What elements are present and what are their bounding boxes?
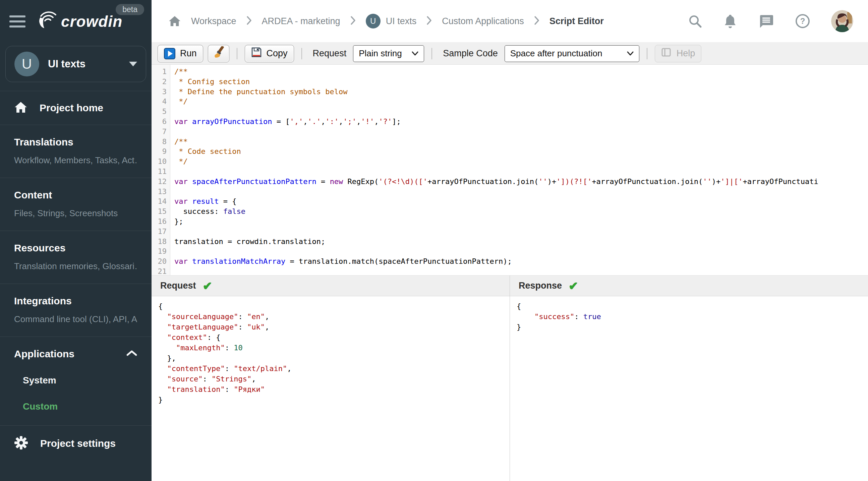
code-token: :	[225, 344, 234, 352]
code-token: };	[174, 217, 183, 226]
code-token: :	[225, 385, 234, 393]
sidebar-item-translations[interactable]: Translations Workflow, Members, Tasks, A…	[0, 125, 152, 178]
line-number: 4	[152, 97, 167, 106]
sidebar-item-integrations[interactable]: Integrations Command line tool (CLI), AP…	[0, 284, 152, 336]
top-header: Workspace ARDEA - marketing U UI texts C…	[152, 0, 868, 42]
response-json-viewer: { "success": true}	[510, 296, 868, 481]
sidebar-item-project-home[interactable]: Project home	[0, 91, 152, 125]
code-token: /**	[174, 67, 188, 76]
search-icon[interactable]	[688, 14, 702, 29]
code-token: spaceAfterPunctuationPattern	[192, 177, 316, 186]
code-token	[517, 312, 534, 321]
breadcrumb-item-workspace[interactable]: Workspace	[191, 16, 236, 27]
request-type-select[interactable]: Plain string	[353, 45, 424, 62]
run-button[interactable]: Run	[158, 45, 203, 62]
code-line: /**	[174, 67, 868, 77]
code-token: '?'	[378, 117, 392, 126]
code-token: ';'	[343, 117, 356, 126]
code-line: */	[174, 97, 868, 106]
request-panel: Request ✔ { "sourceLanguage": "en", "tar…	[152, 276, 509, 481]
sample-code-select[interactable]: Space after punctuation	[504, 45, 639, 62]
code-token: "Рядки"	[234, 385, 265, 393]
code-token: {	[517, 302, 521, 310]
line-number: 3	[152, 87, 167, 97]
sidebar-item-system-apps[interactable]: System	[23, 375, 137, 386]
breadcrumb-home[interactable]	[168, 15, 181, 27]
code-token	[158, 375, 167, 383]
code-token: ''	[538, 177, 548, 186]
sidebar-item-custom-apps[interactable]: Custom	[23, 401, 137, 412]
clear-format-button[interactable]	[208, 45, 229, 62]
sidebar-item-content[interactable]: Content Files, Strings, Screenshots	[0, 178, 152, 231]
help-button[interactable]: Help	[655, 45, 702, 62]
code-token	[158, 364, 167, 373]
line-number: 17	[152, 227, 167, 237]
code-token: :	[574, 312, 583, 321]
code-line: success: false	[174, 206, 868, 217]
copy-button[interactable]: Copy	[245, 45, 294, 62]
line-number: 1	[152, 67, 167, 77]
section-subtitle: Files, Strings, Screenshots	[14, 208, 137, 219]
hamburger-menu-icon[interactable]	[9, 15, 26, 28]
code-token: arrayOfPunctuation	[192, 117, 272, 126]
code-token	[188, 177, 192, 186]
code-token	[158, 323, 167, 331]
code-token: "translation"	[167, 385, 225, 393]
app-root: crowdin beta U UI texts Project home Tra…	[0, 0, 868, 481]
notifications-bell-icon[interactable]	[723, 13, 737, 29]
code-line: "sourceLanguage": "en",	[158, 311, 509, 322]
code-token	[158, 312, 167, 321]
messages-icon[interactable]	[758, 14, 774, 29]
code-line: */	[174, 157, 868, 167]
code-token: /**	[174, 137, 188, 146]
help-button-label: Help	[677, 48, 695, 59]
sidebar-item-resources[interactable]: Resources Translation memories, Glossari…	[0, 231, 152, 284]
paintbrush-icon	[213, 46, 224, 61]
code-line: }	[517, 322, 868, 332]
user-avatar[interactable]	[831, 10, 853, 32]
code-area[interactable]: /** * Config section * Define the punctu…	[170, 65, 868, 275]
project-selector[interactable]: U UI texts	[5, 46, 146, 82]
breadcrumb-item-project[interactable]: ARDEA - marketing	[262, 16, 340, 27]
code-token: ,	[339, 117, 343, 126]
code-token: translation = crowdin.translation;	[174, 237, 325, 246]
line-number: 5	[152, 106, 167, 117]
line-number: 6	[152, 117, 167, 127]
chevron-right-icon	[427, 16, 432, 27]
code-token: "context"	[167, 333, 207, 342]
code-token: * Code section	[174, 147, 241, 156]
code-token: "text/plain"	[234, 364, 287, 373]
code-line: "targetLanguage": "uk",	[158, 322, 509, 332]
code-token: "success"	[534, 312, 574, 321]
code-token: var	[174, 257, 188, 265]
line-number: 13	[152, 187, 167, 197]
code-token: ,	[265, 312, 269, 321]
code-token: :	[238, 323, 247, 331]
breadcrumb-item-ui-texts[interactable]: U UI texts	[366, 14, 417, 29]
code-token	[158, 385, 167, 393]
line-number: 7	[152, 127, 167, 137]
toolbar-separator	[237, 48, 237, 59]
run-button-label: Run	[180, 48, 197, 59]
help-icon[interactable]: ?	[795, 13, 810, 29]
svg-text:?: ?	[800, 17, 805, 26]
sidebar-item-project-settings[interactable]: Project settings	[0, 426, 152, 461]
code-token: '!'	[361, 117, 374, 126]
line-number: 16	[152, 217, 167, 227]
project-name: UI texts	[48, 58, 86, 70]
breadcrumb-item-custom-applications[interactable]: Custom Applications	[442, 16, 524, 27]
line-number: 10	[152, 157, 167, 167]
section-subtitle: Workflow, Members, Tasks, Act…	[14, 155, 137, 166]
crowdin-logo[interactable]: crowdin	[37, 11, 122, 32]
code-token: )+	[712, 177, 721, 186]
header-actions: ?	[688, 10, 853, 32]
code-token: new	[330, 177, 343, 186]
code-line: /**	[174, 137, 868, 147]
section-title: Resources	[14, 242, 137, 254]
code-token	[158, 344, 176, 352]
request-json-editor[interactable]: { "sourceLanguage": "en", "targetLanguag…	[152, 296, 509, 481]
code-editor[interactable]: 123456789101112131415161718192021 /** * …	[152, 65, 868, 275]
sidebar-item-applications[interactable]: Applications	[14, 348, 137, 360]
section-title: Content	[14, 189, 137, 201]
section-title: Integrations	[14, 295, 137, 307]
